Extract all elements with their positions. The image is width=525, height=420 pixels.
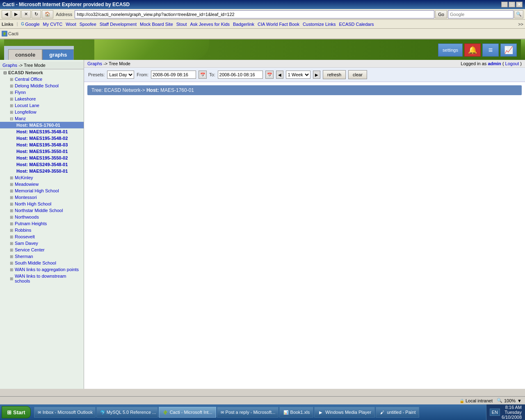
from-input[interactable] [151,71,196,79]
expand-icon: ⊞ [10,248,14,252]
sidebar-item-sherman[interactable]: ⊞ Sherman [0,253,84,260]
graphs-link[interactable]: Graphs [2,63,17,68]
to-calendar-button[interactable]: 📅 [265,71,274,79]
sidebar-item-wan-agg[interactable]: ⊞ WAN links to aggregation points [0,266,84,273]
start-button[interactable]: ⊞ Start [2,406,31,418]
sidebar-item-sam-davey[interactable]: ⊞ Sam Davey [0,240,84,247]
taskbar-item-excel[interactable]: 📊 Book1.xls [279,407,314,418]
sidebar-item-lakeshore[interactable]: ⊞ Lakeshore [0,96,84,102]
taskbar-item-outlook[interactable]: ✉ Inbox - Microsoft Outlook [34,407,96,418]
link-woot[interactable]: Woot [66,22,76,27]
sidebar-item-locust-lane[interactable]: ⊞ Locust Lane [0,102,84,109]
expand-icon: ⊞ [10,84,14,88]
taskbar: ⊞ Start ✉ Inbox - Microsoft Outlook 🐬 My… [0,404,525,420]
home-button[interactable]: 🏠 [42,10,53,18]
link-stout[interactable]: Stout [176,22,187,27]
bell-button[interactable]: 🔔 [464,43,481,57]
sidebar-item-maes195-3550-02[interactable]: Host: MAES195-3550-02 [0,155,84,161]
admin-link[interactable]: admin [488,61,501,66]
link-staff-development[interactable]: Staff Development [100,22,137,27]
minimize-button[interactable]: _ [501,2,508,7]
taskbar-item-cacti[interactable]: 🌵 Cacti - Microsoft Int... [159,407,216,418]
close-button[interactable]: ✕ [516,2,523,7]
search-button[interactable]: 🔍 [514,10,523,18]
sidebar-item-maes249-3550-01[interactable]: Host: MAES249-3550-01 [0,168,84,174]
sidebar-item-maes195-3548-03[interactable]: Host: MAES195-3548-03 [0,142,84,148]
tab-console[interactable]: console [8,49,42,60]
sidebar-item-northstar[interactable]: ⊞ Northstar Middle School [0,207,84,214]
link-customize[interactable]: Customize Links [303,22,336,27]
to-input[interactable] [218,71,263,79]
back-button[interactable]: ◀ [2,10,11,18]
sidebar-item-meadowiew[interactable]: ⊞ Meadowiew [0,181,84,187]
graphs-breadcrumb-link[interactable]: Graphs [87,61,102,66]
sidebar-item-roosevelt[interactable]: ⊞ Roosevelt [0,233,84,240]
prev-period-button[interactable]: ◀ [276,71,283,79]
expand-icon: ⊞ [10,103,14,108]
sidebar-item-south-middle[interactable]: ⊞ South Middle School [0,260,84,266]
link-spoofee[interactable]: Spoofee [80,22,96,27]
next-period-button[interactable]: ▶ [313,71,320,79]
paint-icon: 🖌 [379,409,385,415]
zoom-dropdown-icon[interactable]: ▼ [517,398,522,403]
go-button[interactable]: Go [435,10,447,18]
sidebar-item-maes195-3548-01[interactable]: Host: MAES195-3548-01 [0,128,84,135]
expand-icon: ⊟ [10,116,14,121]
cacti-favicon: 🌵 [2,31,7,37]
settings-button[interactable]: settings [438,43,463,57]
maximize-button[interactable]: □ [509,2,515,7]
search-input[interactable] [448,10,514,18]
link-mycvtc[interactable]: My CVTC [43,22,63,27]
link-ecasd-cal[interactable]: ECASD Caledars [339,22,374,27]
favorites-cacti[interactable]: 🌵 Cacti [2,31,18,37]
taskbar-item-post-reply[interactable]: ✉ Post a reply - Microsoft... [217,407,278,418]
sidebar-item-central-office[interactable]: ⊞ Central Office [0,76,84,82]
sidebar-item-maes195-3550-01[interactable]: Host: MAES195-3550-01 [0,148,84,155]
sidebar-item-putnam[interactable]: ⊞ Putnam Heights [0,220,84,227]
tab-graphs[interactable]: graphs [42,49,74,60]
logout-link[interactable]: Logout [505,61,519,66]
sidebar-item-wan-downstream[interactable]: ⊞ WAN links to downstream schools [0,273,84,284]
sidebar-item-maes-1760-01[interactable]: Host: MAES-1760-01 [0,122,84,128]
stop-button[interactable]: ✕ [21,10,31,18]
tree-root[interactable]: ⊟ ECASD Network [0,69,84,76]
link-google[interactable]: G Google [21,22,39,27]
chart-button[interactable]: 📈 [500,43,517,57]
clear-button[interactable]: clear [348,70,367,79]
sidebar-item-montessori[interactable]: ⊞ Montessori [0,194,84,201]
taskbar-item-paint[interactable]: 🖌 untitled - Paint [376,407,419,418]
sidebar-item-longfellow[interactable]: ⊞ Longfellow [0,109,84,115]
address-input[interactable] [75,10,434,18]
google-icon: G [21,22,24,26]
refresh-button[interactable]: refresh [323,70,346,79]
refresh-browser-button[interactable]: ↻ [32,10,41,18]
links-more[interactable]: >> [518,22,523,27]
sidebar-item-north-high[interactable]: ⊞ North High School [0,201,84,207]
presets-select[interactable]: Last Day [107,71,134,79]
sidebar-item-service-center[interactable]: ⊞ Service Center [0,247,84,253]
link-badgerlink[interactable]: Badgerlink [233,22,254,27]
period-select[interactable]: 1 Week [286,71,310,79]
language-button[interactable]: EN [490,409,500,416]
sidebar-item-flynn[interactable]: ⊞ Flynn [0,89,84,96]
zone-info: 🔒 Local intranet [459,398,493,403]
tree-path-bar: Tree: ECASD Network-> Host: MAES-1760-01 [87,85,522,95]
link-cia[interactable]: CIA World Fact Book [258,22,299,27]
taskbar-item-wmp[interactable]: ▶ Windows Media Player [314,407,375,418]
sidebar-item-mckinley[interactable]: ⊞ McKinley [0,174,84,181]
sidebar-item-manz[interactable]: ⊟ Manz [0,115,84,122]
forward-button[interactable]: ▶ [11,10,21,18]
link-ask-jeeves[interactable]: Ask Jeeves for Kids [190,22,230,27]
expand-icon: ⊞ [10,208,14,213]
sidebar-item-maes195-3548-02[interactable]: Host: MAES195-3548-02 [0,135,84,142]
taskbar-item-mysql[interactable]: 🐬 MySQL 5.0 Reference ... [96,407,158,418]
sidebar-item-delong[interactable]: ⊞ Delong Middle School [0,82,84,89]
sidebar-item-northwoods[interactable]: ⊞ Northwoods [0,214,84,220]
link-mock-board[interactable]: Mock Board Site [140,22,173,27]
sidebar-item-memorial[interactable]: ⊞ Memorial High School [0,187,84,194]
sidebar-item-robbins[interactable]: ⊞ Robbins [0,227,84,233]
sidebar-item-maes249-3548-01[interactable]: Host: MAES249-3548-01 [0,161,84,168]
menu-button[interactable]: ≡ [482,43,499,57]
from-calendar-button[interactable]: 📅 [199,71,207,79]
cacti-taskbar-icon: 🌵 [162,409,168,415]
